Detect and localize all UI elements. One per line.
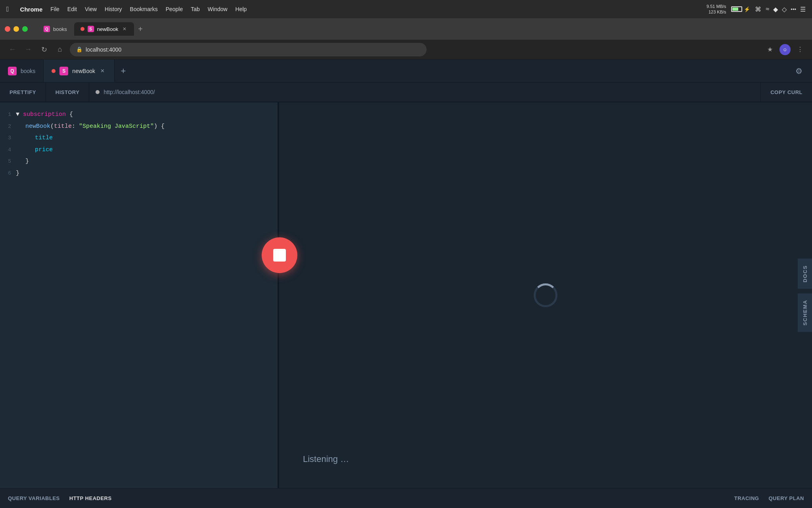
app-name: Chrome — [20, 6, 43, 13]
toolbar-url-dot — [96, 90, 100, 94]
address-url: localhost:4000 — [86, 46, 121, 53]
status-icons: ≈ ◆ ◇ ••• ☰ — [766, 6, 806, 13]
address-bar-right: ★ ☺ ⋮ — [764, 44, 806, 55]
playground-settings-button[interactable]: ⚙ — [791, 63, 807, 79]
chrome-tab-books[interactable]: Q books — [37, 22, 73, 36]
stop-button[interactable] — [262, 237, 297, 273]
editor-panel[interactable]: 1 ▼ subscription { 2 newBook(title: "Spe… — [0, 102, 278, 488]
menu-view[interactable]: View — [85, 6, 97, 12]
code-line-5: 5 } — [0, 156, 278, 167]
traffic-lights — [5, 26, 28, 32]
chrome-tab-books-icon: Q — [44, 26, 50, 32]
bottom-left-tabs: QUERY VARIABLES HTTP HEADERS — [8, 495, 112, 501]
http-headers-tab[interactable]: HTTP HEADERS — [69, 495, 112, 501]
close-window-button[interactable] — [5, 26, 10, 32]
playground-tab-newbook[interactable]: S newBook ✕ — [44, 60, 115, 82]
battery-icon — [731, 6, 742, 12]
line-content-3: title — [16, 133, 53, 143]
bookmark-star-icon[interactable]: ★ — [764, 44, 776, 55]
code-line-4: 4 price — [0, 144, 278, 156]
response-panel: Listening … DOCS SCHEMA — [279, 102, 812, 488]
playground-tab-books-icon: Q — [8, 67, 17, 75]
menu-bookmarks[interactable]: Bookmarks — [130, 6, 158, 12]
lock-icon: 🔒 — [76, 46, 82, 52]
home-button[interactable]: ⌂ — [54, 44, 66, 56]
tracing-tab[interactable]: TRACING — [734, 495, 759, 501]
line-num-4: 4 — [0, 146, 16, 154]
playground-toolbar: PRETTIFY HISTORY http://localhost:4000/ … — [0, 83, 812, 102]
playground-tab-newbook-icon: S — [59, 67, 68, 75]
new-tab-button[interactable]: + — [135, 23, 146, 35]
menu-bar-right: 9.51 MB/s 123 KB/s ⚡ ⌘ ≈ ◆ ◇ ••• ☰ — [707, 4, 806, 15]
chrome-tab-newbook-label: newBook — [97, 26, 118, 32]
menu-bar:  Chrome File Edit View History Bookmark… — [0, 0, 812, 18]
line-num-5: 5 — [0, 157, 16, 166]
menu-window[interactable]: Window — [208, 6, 228, 12]
playground-main: 1 ▼ subscription { 2 newBook(title: "Spe… — [0, 102, 812, 488]
extras-icon: ••• — [791, 6, 796, 12]
siri-icon: ◇ — [782, 6, 787, 13]
network-stats: 9.51 MB/s 123 KB/s — [707, 4, 726, 15]
chrome-tab-dot — [80, 27, 84, 31]
playground-tab-newbook-label: newBook — [72, 68, 95, 74]
chrome-menu-icon[interactable]: ⋮ — [795, 44, 806, 55]
copy-curl-button[interactable]: COPY CURL — [761, 83, 812, 102]
stop-icon — [273, 249, 286, 262]
listening-text: Listening … — [303, 454, 349, 464]
line-content-4: price — [16, 145, 53, 155]
back-button[interactable]: ← — [6, 44, 18, 56]
spinner-container — [534, 283, 557, 307]
code-line-2: 2 newBook(title: "Speaking JavaScript") … — [0, 121, 278, 133]
loading-spinner — [534, 283, 557, 307]
chrome-tab-books-label: books — [53, 26, 67, 32]
menu-help[interactable]: Help — [236, 6, 247, 12]
chrome-tab-newbook-icon: S — [88, 26, 94, 32]
prettify-button[interactable]: PRETTIFY — [0, 83, 46, 102]
line-content-5: } — [16, 156, 29, 167]
playground-tab-newbook-dot — [52, 69, 56, 73]
menu-history[interactable]: History — [105, 6, 122, 12]
address-input[interactable]: 🔒 localhost:4000 — [70, 43, 427, 56]
reload-button[interactable]: ↻ — [38, 44, 50, 56]
chrome-tab-bar: Q books S newBook ✕ + — [37, 18, 146, 40]
query-variables-tab[interactable]: QUERY VARIABLES — [8, 495, 60, 501]
menu-extras-icon: ☰ — [800, 6, 806, 13]
code-line-1: 1 ▼ subscription { — [0, 109, 278, 121]
network-up: 9.51 MB/s — [707, 4, 726, 9]
control-center-icon: ◆ — [773, 6, 778, 13]
minimize-window-button[interactable] — [13, 26, 19, 32]
chrome-tab-newbook[interactable]: S newBook ✕ — [74, 22, 134, 36]
playground-bottom: QUERY VARIABLES HTTP HEADERS TRACING QUE… — [0, 488, 812, 508]
menu-edit[interactable]: Edit — [67, 6, 77, 12]
playground-add-tab-button[interactable]: + — [116, 64, 130, 78]
wifi-symbol: ≈ — [766, 6, 770, 13]
forward-button[interactable]: → — [22, 44, 34, 56]
side-panel-buttons: DOCS SCHEMA — [798, 102, 812, 488]
chrome-frame: Q books S newBook ✕ + — [0, 18, 812, 40]
address-bar: ← → ↻ ⌂ 🔒 localhost:4000 ★ ☺ ⋮ — [0, 40, 812, 60]
playground-tabs: Q books S newBook ✕ + — [0, 60, 791, 82]
menu-tab[interactable]: Tab — [191, 6, 200, 12]
code-line-6: 6 } — [0, 167, 278, 179]
bottom-right-tabs: TRACING QUERY PLAN — [734, 495, 804, 501]
maximize-window-button[interactable] — [22, 26, 28, 32]
menu-people[interactable]: People — [166, 6, 183, 12]
playground-tab-close-button[interactable]: ✕ — [99, 67, 106, 75]
history-button[interactable]: HISTORY — [46, 83, 90, 102]
menu-file[interactable]: File — [50, 6, 59, 12]
chrome-tab-close-button[interactable]: ✕ — [121, 26, 128, 32]
toolbar-url-area: http://localhost:4000/ — [89, 83, 761, 102]
schema-panel-button[interactable]: SCHEMA — [798, 293, 812, 332]
playground-tab-books[interactable]: Q books — [0, 60, 44, 82]
line-num-1: 1 — [0, 110, 16, 119]
query-plan-tab[interactable]: QUERY PLAN — [768, 495, 804, 501]
line-content-1: ▼ subscription { — [16, 110, 73, 120]
line-num-3: 3 — [0, 134, 16, 142]
docs-panel-button[interactable]: DOCS — [798, 259, 812, 289]
playground-header: Q books S newBook ✕ + ⚙ — [0, 60, 812, 83]
playground-tab-books-label: books — [21, 68, 35, 74]
charging-icon: ⚡ — [744, 6, 750, 12]
line-content-6: } — [16, 168, 19, 179]
wifi-icon: ⌘ — [755, 6, 761, 13]
profile-icon[interactable]: ☺ — [779, 44, 791, 55]
